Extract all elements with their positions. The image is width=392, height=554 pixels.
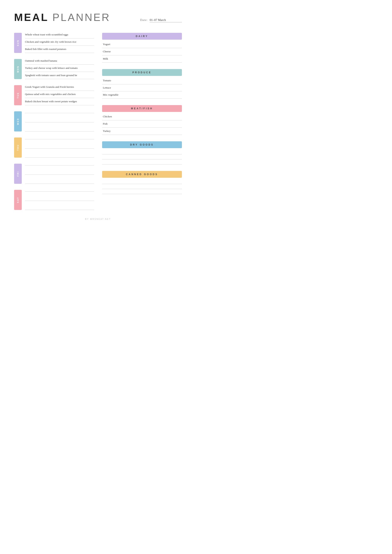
day-meals-thu xyxy=(25,138,94,158)
shopping-column: DAIRYYogurtCheeseMilkPRODUCETomatoLettuc… xyxy=(102,33,182,210)
day-meals-wed xyxy=(25,111,94,132)
shop-item-empty-dry-2[interactable] xyxy=(102,159,182,165)
shop-item-produce-0[interactable]: Tomato xyxy=(102,77,182,84)
meal-sun-0[interactable]: Whole wheat toast with scrambled eggs xyxy=(25,33,94,38)
day-label-mon: MON xyxy=(14,59,22,79)
day-meals-sun: Whole wheat toast with scrambled eggsChi… xyxy=(25,33,94,53)
page-container: MEAL PLANNER Date: 01–07 March SUNWhole … xyxy=(14,12,182,220)
meal-sat-1[interactable] xyxy=(25,197,94,201)
shop-item-produce-1[interactable]: Lettuce xyxy=(102,84,182,92)
day-row-tue: TUEGreek Yogurt with Granola and Fresh b… xyxy=(14,85,94,105)
title-bold: MEAL xyxy=(14,12,49,23)
day-row-wed: WED xyxy=(14,111,94,132)
day-meals-mon: Oatmeal with mashed bananaTurkey and che… xyxy=(25,59,94,79)
meal-tue-0[interactable]: Greek Yogurt with Granola and Fresh berr… xyxy=(25,85,94,91)
shop-item-meat-0[interactable]: Chicken xyxy=(102,113,182,120)
meal-sun-2[interactable]: Baked fish fillet with roasted potatoes xyxy=(25,46,94,53)
footer: BY MRSNEAT.NET xyxy=(14,218,182,220)
day-meals-fri xyxy=(25,164,94,184)
shop-item-empty-canned-1[interactable] xyxy=(102,184,182,189)
shop-section-canned: CANNED GOODS xyxy=(102,171,182,194)
meal-tue-1[interactable]: Quinoa salad with mix vegetables and chi… xyxy=(25,91,94,98)
header: MEAL PLANNER Date: 01–07 March xyxy=(14,12,182,23)
meal-tue-2[interactable]: Baked chicken breast with sweet potato w… xyxy=(25,98,94,105)
meal-fri-1[interactable] xyxy=(25,171,94,175)
shop-section-dry: DRY GOODS xyxy=(102,141,182,165)
meal-wed-1[interactable] xyxy=(25,119,94,122)
shop-item-meat-2[interactable]: Turkey xyxy=(102,128,182,135)
meal-mon-0[interactable]: Oatmeal with mashed banana xyxy=(25,59,94,65)
day-label-wed: WED xyxy=(14,111,22,132)
shop-item-dairy-1[interactable]: Cheese xyxy=(102,48,182,55)
shop-header-meat: MEAT/FISH xyxy=(102,105,182,112)
day-row-thu: THU xyxy=(14,138,94,158)
day-row-mon: MONOatmeal with mashed bananaTurkey and … xyxy=(14,59,94,79)
meal-wed-2[interactable] xyxy=(25,128,94,132)
meal-sat-2[interactable] xyxy=(25,207,94,210)
footer-text: BY MRSNEAT.NET xyxy=(85,218,111,220)
shop-item-dairy-2[interactable]: Milk xyxy=(102,55,182,62)
day-row-sun: SUNWhole wheat toast with scrambled eggs… xyxy=(14,33,94,53)
shop-item-produce-2[interactable]: Mix vegetable xyxy=(102,91,182,99)
shop-item-empty-dry-0[interactable] xyxy=(102,149,182,154)
shop-header-dry: DRY GOODS xyxy=(102,141,182,148)
day-label-thu: THU xyxy=(14,138,22,158)
day-label-sun: SUN xyxy=(14,33,22,53)
date-label: Date: xyxy=(140,18,148,22)
meal-fri-2[interactable] xyxy=(25,180,94,184)
meal-thu-0[interactable] xyxy=(25,138,94,139)
main-grid: SUNWhole wheat toast with scrambled eggs… xyxy=(14,33,182,210)
shop-header-dairy: DAIRY xyxy=(102,33,182,40)
shop-section-dairy: DAIRYYogurtCheeseMilk xyxy=(102,33,182,62)
shop-item-dairy-0[interactable]: Yogurt xyxy=(102,41,182,48)
title-light: PLANNER xyxy=(52,12,110,23)
meal-thu-1[interactable] xyxy=(25,145,94,149)
day-row-fri: FRI xyxy=(14,164,94,184)
date-section: Date: 01–07 March xyxy=(140,18,182,22)
meal-thu-2[interactable] xyxy=(25,154,94,158)
meal-fri-0[interactable] xyxy=(25,164,94,166)
day-label-fri: FRI xyxy=(14,164,22,184)
shop-item-empty-canned-2[interactable] xyxy=(102,189,182,194)
meal-sat-0[interactable] xyxy=(25,190,94,192)
shop-item-empty-dry-1[interactable] xyxy=(102,154,182,159)
day-meals-sat xyxy=(25,190,94,210)
shop-header-canned: CANNED GOODS xyxy=(102,171,182,178)
shop-header-produce: PRODUCE xyxy=(102,69,182,76)
meal-sun-1[interactable]: Chicken and vegetable stir–fry with brow… xyxy=(25,38,94,46)
page-title: MEAL PLANNER xyxy=(14,12,110,23)
date-value: 01–07 March xyxy=(150,18,182,22)
shop-item-meat-1[interactable]: Fish xyxy=(102,120,182,128)
meal-mon-2[interactable]: Spaghetti with tomato sauce and lean gro… xyxy=(25,72,94,79)
shop-item-empty-canned-0[interactable] xyxy=(102,179,182,184)
day-row-sat: SAT xyxy=(14,190,94,210)
meal-wed-0[interactable] xyxy=(25,111,94,113)
day-label-tue: TUE xyxy=(14,85,22,105)
days-column: SUNWhole wheat toast with scrambled eggs… xyxy=(14,33,94,210)
day-label-sat: SAT xyxy=(14,190,22,210)
meal-mon-1[interactable]: Turkey and cheese wrap with lettuce and … xyxy=(25,65,94,72)
day-meals-tue: Greek Yogurt with Granola and Fresh berr… xyxy=(25,85,94,105)
shop-section-meat: MEAT/FISHChickenFishTurkey xyxy=(102,105,182,135)
shop-section-produce: PRODUCETomatoLettuceMix vegetable xyxy=(102,69,182,99)
